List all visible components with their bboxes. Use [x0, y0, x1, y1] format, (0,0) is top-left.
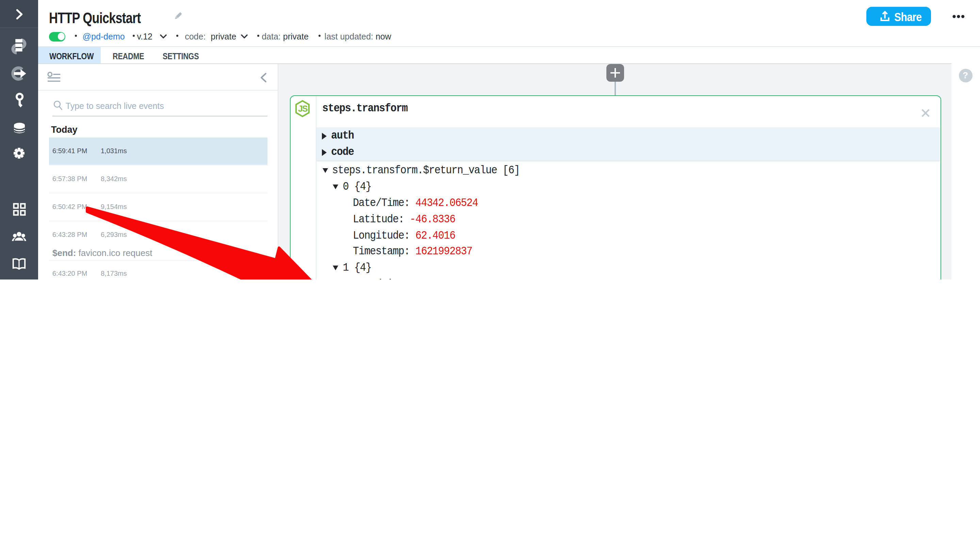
- svg-text:JS: JS: [298, 104, 308, 113]
